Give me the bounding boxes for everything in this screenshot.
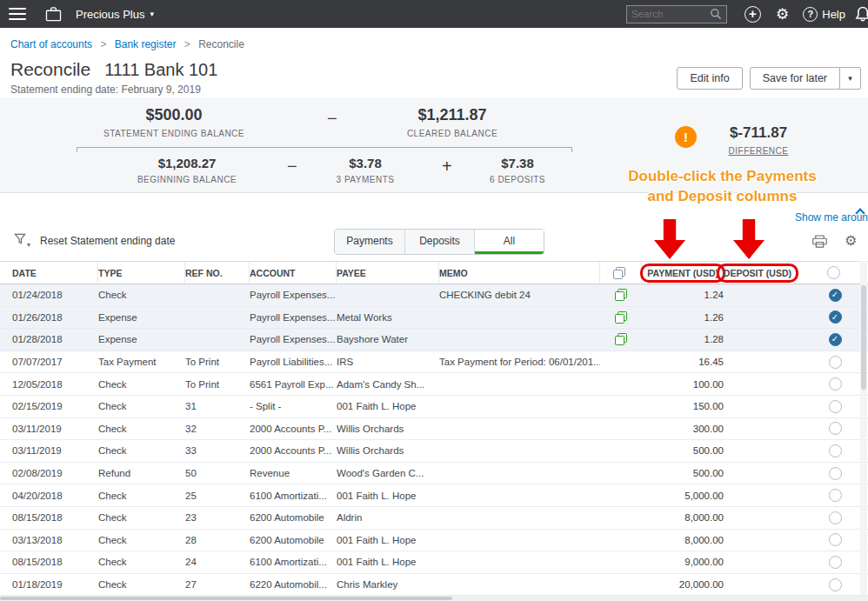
cell-account: Payroll Expenses... <box>250 312 337 323</box>
payment-column-red-highlight: PAYMENT (USD) <box>640 264 725 283</box>
column-header-date[interactable]: DATE <box>12 262 98 284</box>
table-row[interactable]: 07/07/2017 Tax Payment To Print Payroll … <box>0 351 868 374</box>
copy-icon[interactable] <box>615 289 627 301</box>
red-arrow-down-payment <box>654 219 685 259</box>
cell-payment[interactable]: 500.00 <box>642 445 729 456</box>
hamburger-menu-icon[interactable] <box>9 8 26 20</box>
search-icon[interactable] <box>710 8 722 20</box>
copy-icon[interactable] <box>615 311 627 324</box>
table-row[interactable]: 01/28/2018 Expense Payroll Expenses... B… <box>0 329 868 351</box>
cell-payment[interactable]: 1.26 <box>642 312 729 323</box>
cell-payee: 001 Faith L. Hope <box>337 557 439 567</box>
quick-create-button[interactable]: + <box>744 6 761 23</box>
cell-payment[interactable]: 500.00 <box>642 468 729 478</box>
print-icon[interactable] <box>812 235 827 248</box>
breadcrumb-current: Reconcile <box>198 38 244 50</box>
reconcile-toggle-circle[interactable] <box>829 400 842 413</box>
breadcrumb-bank-register[interactable]: Bank register <box>115 38 177 50</box>
table-row[interactable]: 01/24/2018 Check Payroll Expenses... CHE… <box>0 284 868 307</box>
batch-copy-icon[interactable] <box>613 267 625 279</box>
global-search-box[interactable] <box>626 5 727 23</box>
table-row[interactable]: 01/18/2019 Check 27 6220 Automobil... Ch… <box>0 574 868 597</box>
select-all-circle[interactable] <box>827 266 840 279</box>
save-options-caret-button[interactable]: ▾ <box>840 67 861 90</box>
table-row[interactable]: 04/20/2018 Check 25 6100 Amortizati... 0… <box>0 484 868 507</box>
column-header-account[interactable]: ACCOUNT <box>250 262 337 284</box>
table-settings-gear-icon[interactable]: ⚙ <box>845 232 857 249</box>
table-row[interactable]: 02/15/2019 Check 31 - Split - 001 Faith … <box>0 396 868 418</box>
cell-payment[interactable]: 9,000.00 <box>642 557 729 567</box>
reconcile-toggle-circle[interactable] <box>829 377 842 391</box>
cell-payment[interactable]: 20,000.00 <box>642 579 729 590</box>
cell-payment[interactable]: 5,000.00 <box>642 491 729 501</box>
column-header-memo[interactable]: MEMO <box>439 262 600 284</box>
vertical-scrollbar[interactable] <box>860 261 867 595</box>
reconcile-toggle-circle[interactable] <box>829 511 842 524</box>
settings-gear-icon[interactable]: ⚙ <box>776 5 789 23</box>
cell-ref-no: 31 <box>185 401 250 411</box>
cell-account: 6220 Automobil... <box>250 579 337 590</box>
difference-link[interactable]: DIFFERENCE <box>706 146 811 156</box>
reconcile-toggle-circle[interactable] <box>829 489 842 502</box>
table-body: 01/24/2018 Check Payroll Expenses... CHE… <box>0 284 868 596</box>
cell-payment[interactable]: 1.28 <box>642 334 729 344</box>
notifications-bell-icon[interactable] <box>853 5 868 24</box>
column-header-ref[interactable]: REF NO. <box>185 262 250 284</box>
reconcile-toggle-circle[interactable] <box>829 422 842 435</box>
company-name: Precious Plus <box>76 8 144 21</box>
cell-account: - Split - <box>250 401 337 411</box>
column-header-payee[interactable]: PAYEE <box>337 262 439 284</box>
cell-payment[interactable]: 16.45 <box>642 357 729 367</box>
horizontal-scrollbar[interactable] <box>0 596 868 601</box>
cell-date: 08/15/2018 <box>12 557 98 567</box>
cell-payment[interactable]: 8,000.00 <box>642 512 729 523</box>
reconcile-toggle-circle[interactable] <box>829 289 842 302</box>
cell-type: Check <box>98 401 185 411</box>
cell-payment[interactable]: 100.00 <box>642 379 729 390</box>
tab-all[interactable]: All <box>474 230 544 254</box>
table-row[interactable]: 01/26/2018 Expense Payroll Expenses... M… <box>0 307 868 330</box>
reconcile-toggle-circle[interactable] <box>829 444 842 457</box>
column-header-type[interactable]: TYPE <box>98 262 185 284</box>
edit-info-button[interactable]: Edit info <box>677 67 742 90</box>
table-row[interactable]: 08/15/2018 Check 23 6200 Automobile Aldr… <box>0 507 868 530</box>
cell-payee: 001 Faith L. Hope <box>337 535 439 545</box>
briefcase-icon[interactable] <box>45 7 62 22</box>
filter-funnel-icon[interactable]: ▾ <box>14 233 30 249</box>
breadcrumb-chart-of-accounts[interactable]: Chart of accounts <box>10 38 92 50</box>
table-row[interactable]: 03/11/2019 Check 33 2000 Accounts P... W… <box>0 440 868 463</box>
table-row[interactable]: 08/15/2018 Check 24 6100 Amortizati... 0… <box>0 551 868 574</box>
cell-payment[interactable]: 300.00 <box>642 424 729 434</box>
tab-payments[interactable]: Payments <box>335 230 404 254</box>
table-row[interactable]: 03/13/2018 Check 28 6200 Automobile 001 … <box>0 530 868 552</box>
cell-memo: CHECKING debit 24 <box>439 290 600 300</box>
reconcile-toggle-circle[interactable] <box>829 467 842 480</box>
help-menu[interactable]: ? Help <box>803 7 845 22</box>
column-header-payment[interactable]: PAYMENT (USD) <box>647 268 718 278</box>
tab-deposits[interactable]: Deposits <box>404 230 474 254</box>
search-input[interactable] <box>631 9 710 19</box>
reconcile-toggle-circle[interactable] <box>829 533 842 546</box>
save-for-later-button[interactable]: Save for later <box>750 67 840 90</box>
reset-statement-date-link[interactable]: Reset Statement ending date <box>40 235 175 247</box>
cell-account: 6561 Payroll Exp... <box>250 379 337 390</box>
vertical-scrollbar-thumb[interactable] <box>861 285 866 390</box>
cleared-balance-label: CLEARED BALANCE <box>357 129 548 138</box>
statement-ending-date: Statement ending date: February 9, 2019 <box>10 83 201 96</box>
copy-icon[interactable] <box>615 333 627 345</box>
reconcile-toggle-circle[interactable] <box>829 578 842 591</box>
company-menu[interactable]: Precious Plus ▾ <box>76 8 154 21</box>
table-row[interactable]: 03/11/2019 Check 32 2000 Accounts P... W… <box>0 418 868 441</box>
table-row[interactable]: 02/08/2019 Refund 50 Revenue Wood's Gard… <box>0 463 868 485</box>
reconcile-toggle-circle[interactable] <box>829 333 842 346</box>
cell-account: 2000 Accounts P... <box>250 424 337 434</box>
column-header-deposit[interactable]: DEPOSIT (USD) <box>724 268 791 278</box>
horizontal-scrollbar-thumb[interactable] <box>0 597 452 600</box>
cell-payment[interactable]: 1.24 <box>642 290 729 300</box>
reconcile-toggle-circle[interactable] <box>829 356 842 369</box>
cell-payment[interactable]: 150.00 <box>642 401 729 411</box>
table-row[interactable]: 12/05/2018 Check To Print 6561 Payroll E… <box>0 373 868 396</box>
reconcile-toggle-circle[interactable] <box>829 556 842 569</box>
reconcile-toggle-circle[interactable] <box>829 311 842 324</box>
cell-payment[interactable]: 8,000.00 <box>642 535 729 545</box>
